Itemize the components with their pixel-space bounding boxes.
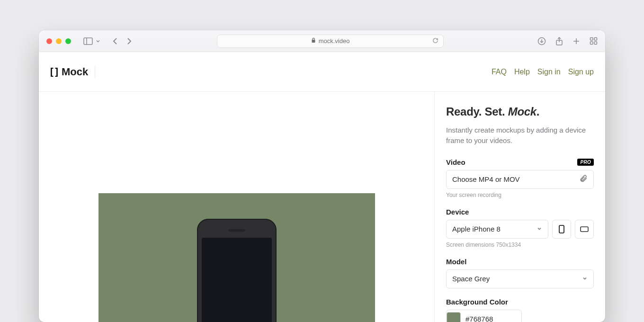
svg-rect-11 bbox=[594, 42, 597, 45]
paperclip-icon bbox=[579, 174, 588, 184]
model-label: Model bbox=[446, 258, 466, 266]
svg-rect-12 bbox=[559, 225, 564, 233]
preview-canvas bbox=[39, 92, 435, 322]
svg-rect-2 bbox=[312, 40, 315, 43]
panel-title-post: . bbox=[537, 105, 539, 118]
field-bg-color: Background Color #768768 A hexidecimal c… bbox=[446, 298, 594, 322]
svg-rect-10 bbox=[590, 42, 593, 45]
nav-help[interactable]: Help bbox=[514, 68, 530, 76]
pro-badge: PRO bbox=[577, 159, 594, 166]
tab-overview-icon[interactable] bbox=[590, 37, 598, 45]
reload-icon[interactable] bbox=[432, 37, 438, 45]
svg-rect-0 bbox=[84, 38, 92, 45]
chevron-down-icon bbox=[537, 225, 542, 233]
nav-sign-in[interactable]: Sign in bbox=[537, 68, 561, 76]
settings-panel: Ready. Set. Mock. Instantly create mocku… bbox=[435, 92, 605, 322]
new-tab-icon[interactable] bbox=[572, 37, 580, 45]
svg-rect-8 bbox=[590, 38, 593, 41]
share-icon[interactable] bbox=[555, 36, 563, 46]
panel-title-em: Mock bbox=[508, 105, 537, 118]
back-button[interactable] bbox=[112, 37, 118, 45]
logo-text: Mock bbox=[62, 66, 88, 78]
panel-title: Ready. Set. Mock. bbox=[446, 105, 594, 118]
video-placeholder: Choose MP4 or MOV bbox=[452, 175, 520, 183]
app-content: [ ] Mock FAQ Help Sign in Sign up bbox=[39, 52, 605, 322]
device-frame bbox=[197, 219, 277, 322]
bg-color-value: #768768 bbox=[465, 315, 493, 322]
svg-rect-9 bbox=[594, 38, 597, 41]
fullscreen-window-button[interactable] bbox=[65, 38, 71, 44]
video-help: Your screen recording bbox=[446, 192, 594, 198]
forward-button[interactable] bbox=[126, 37, 133, 45]
traffic-lights bbox=[46, 38, 71, 44]
model-value: Space Grey bbox=[452, 275, 490, 283]
mockup-stage bbox=[98, 193, 375, 322]
downloads-icon[interactable] bbox=[537, 37, 546, 45]
video-file-picker[interactable]: Choose MP4 or MOV bbox=[446, 170, 594, 189]
browser-window: mock.video [ ] Mock bbox=[39, 30, 605, 322]
logo[interactable]: [ ] Mock bbox=[50, 66, 95, 78]
color-swatch bbox=[447, 312, 461, 322]
header-nav: FAQ Help Sign in Sign up bbox=[492, 68, 594, 76]
orientation-portrait-button[interactable] bbox=[552, 220, 571, 239]
svg-rect-13 bbox=[581, 227, 588, 232]
video-label: Video bbox=[446, 158, 465, 166]
nav-sign-up[interactable]: Sign up bbox=[568, 68, 594, 76]
sidebar-toggle-icon[interactable] bbox=[83, 37, 93, 45]
sidebar-chevron-down-icon[interactable] bbox=[96, 39, 100, 44]
nav-faq[interactable]: FAQ bbox=[492, 68, 507, 76]
logo-mark-icon: [ ] bbox=[50, 66, 58, 77]
device-value: Apple iPhone 8 bbox=[452, 225, 501, 233]
browser-chrome: mock.video bbox=[39, 30, 605, 52]
chevron-down-icon bbox=[582, 275, 588, 283]
panel-title-pre: Ready. Set. bbox=[446, 105, 508, 118]
url-text: mock.video bbox=[319, 37, 350, 45]
device-screen bbox=[202, 238, 272, 322]
minimize-window-button[interactable] bbox=[56, 38, 62, 44]
bg-color-input[interactable]: #768768 bbox=[446, 310, 522, 322]
field-device: Device Apple iPhone 8 bbox=[446, 208, 594, 248]
close-window-button[interactable] bbox=[46, 38, 52, 44]
model-select[interactable]: Space Grey bbox=[446, 269, 594, 288]
field-model: Model Space Grey bbox=[446, 258, 594, 288]
device-label: Device bbox=[446, 208, 469, 216]
device-select[interactable]: Apple iPhone 8 bbox=[446, 220, 548, 239]
field-video: Video PRO Choose MP4 or MOV Your screen … bbox=[446, 158, 594, 198]
address-bar[interactable]: mock.video bbox=[217, 35, 444, 48]
bg-color-label: Background Color bbox=[446, 298, 508, 306]
orientation-landscape-button[interactable] bbox=[575, 220, 594, 239]
app-header: [ ] Mock FAQ Help Sign in Sign up bbox=[39, 52, 605, 92]
lock-icon bbox=[311, 37, 316, 45]
panel-subtitle: Instantly create mockups by adding a dev… bbox=[446, 125, 594, 146]
device-help: Screen dimensions 750x1334 bbox=[446, 242, 594, 248]
